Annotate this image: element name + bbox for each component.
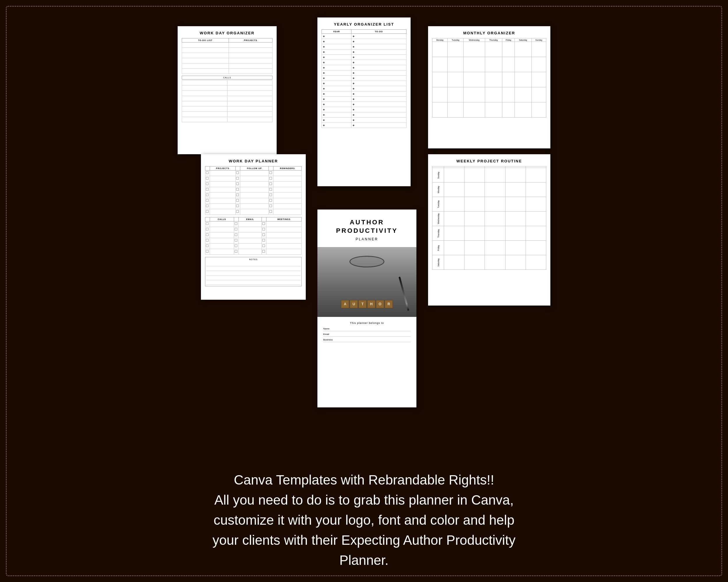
email-label: Email: [323, 333, 338, 335]
work-day-organizer-title: WORK DAY ORGANIZER: [182, 31, 272, 35]
cover-subtitle: PLANNER: [323, 237, 411, 241]
saturday-row-label: Saturday: [433, 255, 444, 270]
friday-header: Friday: [502, 38, 515, 42]
meetings-header: MEETINGS: [266, 217, 302, 221]
bottom-line1: Canva Templates with Rebrandable Rights!…: [18, 470, 710, 490]
work-day-planner-title: WORK DAY PLANNER: [205, 159, 302, 163]
friday-row-label: Friday: [433, 241, 444, 255]
bottom-line5: Planner.: [18, 550, 710, 570]
bottom-line3: customize it with your logo, font and co…: [18, 510, 710, 530]
email-field: Email: [323, 333, 411, 337]
monday-header: Monday: [433, 38, 448, 42]
wednesday-row-label: Wednesday: [433, 212, 444, 226]
weekly-routine-card: WEEKLY PROJECT ROUTINE Sunday: [428, 154, 550, 306]
bottom-text-area: Canva Templates with Rebrandable Rights!…: [18, 470, 710, 570]
todo-header: TO-DO: [351, 30, 406, 34]
year-header: YEAR: [322, 30, 352, 34]
belongs-to-text: This planner belongs to: [323, 322, 411, 325]
col-center: YEARLY ORGANIZER LIST YEAR TO-DO ◆◆ ◆◆ ◆…: [317, 18, 416, 408]
monthly-organizer-title: MONTHLY ORGANIZER: [432, 31, 546, 35]
work-day-planner-card: WORK DAY PLANNER PROJECTS FOLLOW UP REMI…: [201, 154, 306, 300]
col-left: WORK DAY ORGANIZER TO-DO LIST PROJECTS: [178, 18, 306, 300]
weekly-routine-title: WEEKLY PROJECT ROUTINE: [432, 159, 546, 163]
notes-section: NOTES: [205, 257, 302, 286]
cover-top: AUTHORPRODUCTIVITY PLANNER: [317, 210, 416, 247]
thursday-header: Thursday: [485, 38, 502, 42]
work-day-organizer-card: WORK DAY ORGANIZER TO-DO LIST PROJECTS: [178, 26, 277, 154]
pages-area: WORK DAY ORGANIZER TO-DO LIST PROJECTS: [18, 18, 710, 367]
cover-main-title: AUTHORPRODUCTIVITY: [323, 218, 411, 235]
monthly-organizer-card: MONTHLY ORGANIZER Monday Tuesday Wednesd…: [428, 26, 550, 148]
planner-followup-header: FOLLOW UP: [240, 166, 268, 170]
cover-image-area: A U T H O R: [317, 247, 416, 317]
bottom-line4: your clients with their Expecting Author…: [18, 530, 710, 550]
author-blocks: A U T H O R: [341, 300, 393, 308]
bottom-line2: All you need to do is to grab this plann…: [18, 490, 710, 510]
calls-label: CALLS: [182, 76, 272, 79]
planner-projects-header: PROJECTS: [210, 166, 236, 170]
saturday-header: Saturday: [515, 38, 532, 42]
wednesday-header: Wednesday: [464, 38, 485, 42]
col-right: MONTHLY ORGANIZER Monday Tuesday Wednesd…: [428, 18, 550, 306]
sunday-header: Sunday: [531, 38, 546, 42]
thursday-row-label: Thursday: [433, 226, 444, 241]
name-label: Name: [323, 327, 338, 330]
projects-header: PROJECTS: [229, 38, 272, 43]
notes-label: NOTES: [206, 258, 300, 260]
tuesday-header: Tuesday: [448, 38, 464, 42]
tuesday-row-label: Tuesday: [433, 197, 444, 212]
todo-list-header: TO-DO LIST: [182, 38, 229, 43]
name-field: Name: [323, 327, 411, 331]
business-label: Business: [323, 338, 338, 341]
planner-reminders-header: REMINDERS: [273, 166, 302, 170]
author-cover-card: AUTHORPRODUCTIVITY PLANNER A U T H O R T…: [317, 210, 416, 408]
email-header: EMAIL: [238, 217, 261, 221]
sunday-row-label: Sunday: [433, 168, 444, 183]
calls-header: CALLS: [210, 217, 234, 221]
business-field: Business: [323, 338, 411, 342]
monday-row-label: Monday: [433, 183, 444, 197]
yearly-organizer-title: YEARLY ORGANIZER LIST: [321, 22, 407, 26]
yearly-organizer-card: YEARLY ORGANIZER LIST YEAR TO-DO ◆◆ ◆◆ ◆…: [317, 18, 411, 186]
cover-bottom: This planner belongs to Name Email Busin…: [317, 317, 416, 348]
